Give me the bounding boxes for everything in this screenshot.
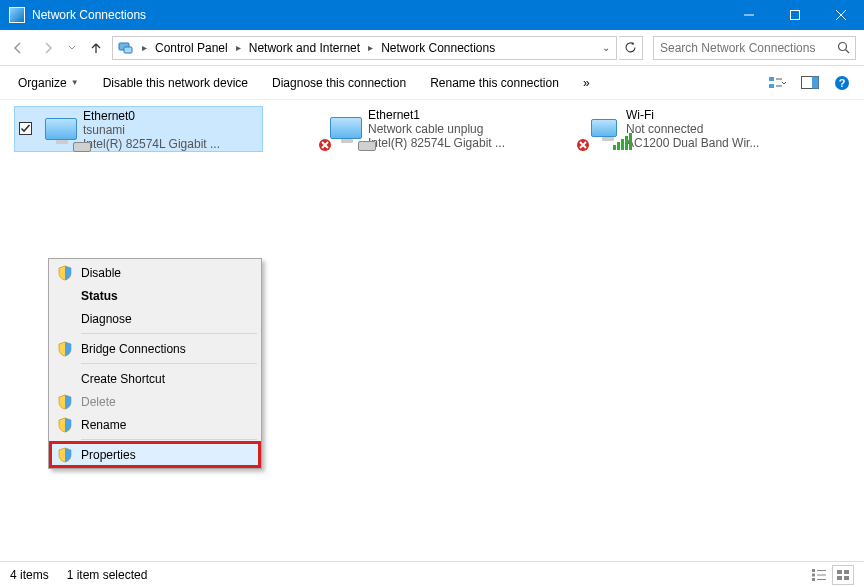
menu-item-label: Create Shortcut <box>81 372 165 386</box>
breadcrumb-item[interactable]: Control Panel <box>150 37 233 59</box>
maximize-button[interactable] <box>772 0 818 30</box>
ethernet-icon <box>324 108 368 148</box>
adapter-item[interactable]: Ethernet1 Network cable unplug Intel(R) … <box>320 106 569 152</box>
search-input[interactable] <box>654 41 831 55</box>
breadcrumb-item[interactable]: Network and Internet <box>244 37 365 59</box>
svg-rect-21 <box>812 578 815 581</box>
shield-icon <box>57 341 73 357</box>
svg-rect-1 <box>791 11 800 20</box>
search-box[interactable] <box>653 36 856 60</box>
svg-rect-28 <box>844 576 849 580</box>
disable-device-button[interactable]: Disable this network device <box>93 71 258 95</box>
adapter-info: Ethernet1 Network cable unplug Intel(R) … <box>368 108 565 150</box>
minimize-button[interactable] <box>726 0 772 30</box>
wifi-icon <box>582 108 626 148</box>
menu-separator <box>81 363 257 364</box>
app-icon <box>9 7 25 23</box>
svg-rect-26 <box>844 570 849 574</box>
back-button[interactable] <box>4 34 32 62</box>
svg-rect-25 <box>837 570 842 574</box>
adapter-name: Ethernet0 <box>83 109 258 123</box>
address-bar-row: ▸ Control Panel ▸ Network and Internet ▸… <box>0 30 864 66</box>
error-badge-icon <box>576 138 590 152</box>
menu-item-label: Properties <box>81 448 136 462</box>
up-button[interactable] <box>82 34 110 62</box>
recent-dropdown[interactable] <box>64 34 80 62</box>
adapter-device: Intel(R) 82574L Gigabit ... <box>368 136 565 150</box>
svg-point-6 <box>838 43 846 51</box>
preview-pane-button[interactable] <box>796 69 824 97</box>
adapter-status: Network cable unplug <box>368 122 565 136</box>
svg-rect-9 <box>769 84 774 88</box>
details-view-button[interactable] <box>808 565 830 585</box>
adapter-info: Wi-Fi Not connected AC1200 Dual Band Wir… <box>626 108 823 150</box>
adapter-name: Wi-Fi <box>626 108 823 122</box>
item-count: 4 items <box>10 568 49 582</box>
menu-separator <box>81 333 257 334</box>
organize-label: Organize <box>18 76 67 90</box>
adapter-name: Ethernet1 <box>368 108 565 122</box>
adapter-status: Not connected <box>626 122 823 136</box>
refresh-button[interactable] <box>619 36 643 60</box>
menu-item-label: Bridge Connections <box>81 342 186 356</box>
svg-rect-20 <box>812 573 815 576</box>
titlebar: Network Connections <box>0 0 864 30</box>
more-commands-button[interactable]: » <box>573 71 600 95</box>
status-bar: 4 items 1 item selected <box>0 561 864 587</box>
menu-item-delete: Delete <box>51 390 259 413</box>
menu-item-label: Diagnose <box>81 312 132 326</box>
menu-item-disable[interactable]: Disable <box>51 261 259 284</box>
shield-icon <box>57 265 73 281</box>
svg-rect-13 <box>812 77 819 89</box>
command-bar: Organize▼ Disable this network device Di… <box>0 66 864 100</box>
view-options-button[interactable] <box>764 69 792 97</box>
menu-item-diagnose[interactable]: Diagnose <box>51 307 259 330</box>
forward-button[interactable] <box>34 34 62 62</box>
svg-line-7 <box>845 50 849 54</box>
svg-rect-19 <box>812 569 815 572</box>
breadcrumb[interactable]: ▸ Control Panel ▸ Network and Internet ▸… <box>112 36 617 60</box>
adapter-status: tsunami <box>83 123 258 137</box>
context-menu: DisableStatusDiagnoseBridge ConnectionsC… <box>48 258 262 469</box>
menu-item-status[interactable]: Status <box>51 284 259 307</box>
menu-separator <box>81 439 257 440</box>
adapter-device: Intel(R) 82574L Gigabit ... <box>83 137 258 151</box>
chevron-icon[interactable]: ▸ <box>139 42 150 53</box>
shield-icon <box>57 447 73 463</box>
shield-icon <box>57 394 73 410</box>
menu-item-rename[interactable]: Rename <box>51 413 259 436</box>
selection-count: 1 item selected <box>67 568 148 582</box>
menu-item-bridge-connections[interactable]: Bridge Connections <box>51 337 259 360</box>
breadcrumb-item[interactable]: Network Connections <box>376 37 500 59</box>
diagnose-button[interactable]: Diagnose this connection <box>262 71 416 95</box>
menu-item-create-shortcut[interactable]: Create Shortcut <box>51 367 259 390</box>
adapter-item[interactable]: Wi-Fi Not connected AC1200 Dual Band Wir… <box>578 106 827 152</box>
menu-item-label: Delete <box>81 395 116 409</box>
shield-icon <box>57 417 73 433</box>
close-button[interactable] <box>818 0 864 30</box>
adapter-checkbox[interactable] <box>19 122 35 138</box>
ethernet-icon <box>39 109 83 149</box>
adapter-info: Ethernet0 tsunami Intel(R) 82574L Gigabi… <box>83 109 258 151</box>
svg-rect-27 <box>837 576 842 580</box>
menu-item-properties[interactable]: Properties <box>51 443 259 466</box>
menu-item-label: Disable <box>81 266 121 280</box>
location-icon <box>116 38 136 58</box>
adapter-device: AC1200 Dual Band Wir... <box>626 136 823 150</box>
chevron-icon[interactable]: ▸ <box>365 42 376 53</box>
svg-text:?: ? <box>839 77 846 89</box>
breadcrumb-more[interactable]: ⌄ <box>500 42 616 53</box>
adapters-pane[interactable]: Ethernet0 tsunami Intel(R) 82574L Gigabi… <box>0 100 864 561</box>
help-button[interactable]: ? <box>828 69 856 97</box>
adapter-item[interactable]: Ethernet0 tsunami Intel(R) 82574L Gigabi… <box>14 106 263 152</box>
search-icon[interactable] <box>831 41 855 54</box>
window-title: Network Connections <box>32 8 726 22</box>
menu-item-label: Rename <box>81 418 126 432</box>
large-icons-view-button[interactable] <box>832 565 854 585</box>
error-badge-icon <box>318 138 332 152</box>
rename-button[interactable]: Rename this connection <box>420 71 569 95</box>
organize-button[interactable]: Organize▼ <box>8 71 89 95</box>
menu-item-label: Status <box>81 289 118 303</box>
chevron-icon[interactable]: ▸ <box>233 42 244 53</box>
svg-rect-8 <box>769 77 774 81</box>
